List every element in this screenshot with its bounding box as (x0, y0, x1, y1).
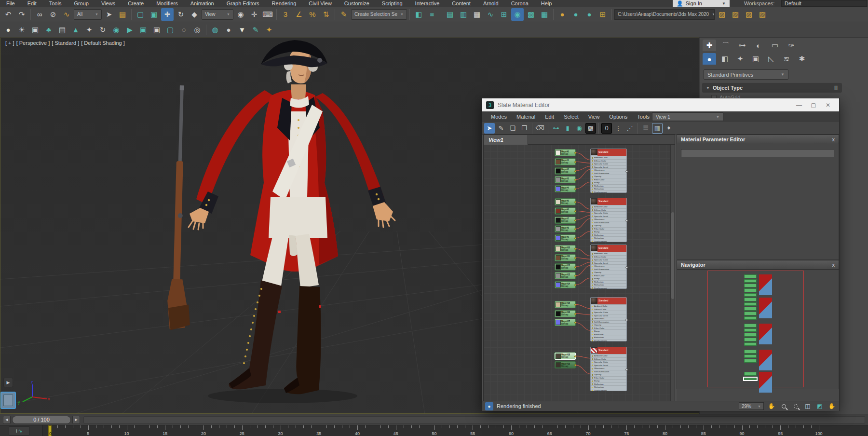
input-socket-icon[interactable] (592, 287, 593, 289)
map-node[interactable]: Map #0Bitmap (555, 149, 576, 156)
use-pivot-point-center-icon[interactable]: ◉ (234, 8, 247, 21)
sign-in-dropdown[interactable]: 👤 Sign In ▼ (673, 0, 730, 7)
utilities-tab[interactable]: ✑ (785, 40, 798, 51)
input-socket-icon[interactable] (592, 278, 593, 280)
edit-named-selection-sets-icon[interactable]: ✎ (338, 8, 350, 21)
map-node[interactable]: Map #16Bitmap (555, 310, 576, 317)
map-node[interactable]: Map #8Bitmap (555, 225, 576, 232)
show-standard-map-icon[interactable]: ▦ (652, 123, 663, 134)
input-socket-icon[interactable] (592, 262, 593, 264)
navigator-map-thumb[interactable] (744, 284, 757, 287)
menu-customize[interactable]: Customize (338, 0, 376, 7)
output-socket-icon[interactable] (574, 304, 576, 306)
select-and-link-icon[interactable]: ∞ (33, 8, 46, 21)
maximize-button[interactable]: ▢ (806, 100, 821, 110)
output-socket-icon[interactable] (574, 170, 576, 172)
create-light-icon[interactable]: ● (2, 24, 14, 36)
hierarchy-tab[interactable]: ⊶ (735, 40, 749, 51)
asset-library-icon[interactable]: ▨ (716, 8, 728, 21)
pick-material-from-object-icon[interactable]: ✎ (496, 123, 506, 134)
input-socket-icon[interactable] (592, 275, 593, 276)
redo-icon[interactable]: ↷ (15, 8, 28, 21)
hide-unused-nodeslots-icon[interactable]: ▮ (562, 123, 573, 134)
input-socket-icon[interactable] (592, 170, 593, 171)
output-socket-icon[interactable] (574, 284, 576, 286)
input-socket-icon[interactable] (592, 253, 593, 255)
menu-civil-view[interactable]: Civil View (302, 0, 338, 7)
output-socket-icon[interactable] (574, 364, 576, 366)
input-socket-icon[interactable] (592, 234, 593, 236)
slate-menu-tools[interactable]: Tools (632, 111, 654, 122)
select-and-move-icon[interactable]: ✚ (161, 8, 174, 21)
input-socket-icon[interactable] (592, 256, 593, 258)
systems-icon[interactable]: ✱ (795, 53, 809, 65)
navigator-map-thumb[interactable] (744, 307, 757, 311)
standard-material-node[interactable]: StandardAmbient ColorDiffuse ColorSpecul… (590, 149, 627, 193)
snaps-toggle-icon[interactable]: 3 (279, 8, 292, 21)
input-socket-icon[interactable] (592, 166, 593, 168)
input-socket-icon[interactable] (592, 387, 593, 388)
keyboard-shortcut-override-icon[interactable]: ⌨ (261, 8, 274, 21)
pan-tool-icon[interactable]: ✋ (827, 402, 836, 410)
view1-tab[interactable]: View1 (484, 135, 528, 145)
input-socket-icon[interactable] (592, 182, 593, 184)
map-node[interactable]: Map #11Bitmap (555, 254, 576, 261)
navigator-map-thumb[interactable] (744, 274, 757, 278)
viewport-expand-button[interactable]: ▶ (3, 378, 13, 387)
navigator-map-thumb[interactable] (744, 338, 757, 341)
menu-views[interactable]: Views (95, 0, 122, 7)
layout-all-horizontal-icon[interactable]: ⋰ (624, 123, 635, 134)
navigator-map-thumb[interactable] (744, 342, 757, 346)
map-node[interactable]: Map #7Bitmap (555, 217, 576, 224)
lights-icon[interactable]: ✦ (733, 53, 747, 65)
navigator-map-thumb[interactable] (744, 302, 757, 306)
material-sphere-icon[interactable]: ● (222, 24, 235, 36)
input-socket-icon[interactable] (592, 160, 593, 162)
slate-menu-modes[interactable]: Modes (486, 111, 512, 122)
menu-tools[interactable]: Tools (43, 0, 68, 7)
material-id-channel-icon[interactable]: ☰ (640, 123, 651, 134)
input-socket-icon[interactable] (592, 390, 593, 391)
render-setup-teapot-icon[interactable]: ● (556, 8, 569, 21)
daylight-system-icon[interactable]: ☀ (15, 24, 28, 36)
rectangular-selection-region-icon[interactable]: ▢ (134, 8, 147, 21)
space-warps-icon[interactable]: ≋ (780, 53, 793, 65)
navigator-map-thumb[interactable] (744, 354, 757, 358)
input-socket-icon[interactable] (592, 337, 593, 339)
material-editor-icon[interactable]: ◉ (511, 8, 524, 21)
map-node[interactable]: Map #12Bitmap (555, 263, 576, 271)
parameter-empty-field[interactable] (681, 149, 834, 157)
navigator-map-thumb[interactable] (744, 350, 757, 354)
preview-playback-icon[interactable]: ▶ (123, 24, 136, 36)
input-socket-icon[interactable] (592, 238, 593, 239)
menu-create[interactable]: Create (122, 0, 150, 7)
material-output-socket-icon[interactable] (625, 319, 628, 321)
close-icon[interactable]: x (832, 262, 835, 268)
input-socket-icon[interactable] (592, 306, 593, 307)
input-socket-icon[interactable] (592, 232, 593, 233)
input-socket-icon[interactable] (592, 219, 593, 220)
create-camera-icon[interactable]: ▣ (29, 24, 41, 36)
schematic-view-icon[interactable]: ⊞ (498, 8, 510, 21)
menu-modifiers[interactable]: Modifiers (150, 0, 184, 7)
menu-file[interactable]: File (0, 0, 21, 7)
map-node[interactable]: Map #18Bitmap (555, 353, 576, 360)
input-socket-icon[interactable] (592, 259, 593, 261)
slate-menu-select[interactable]: Select (559, 111, 583, 122)
assign-material-to-selection-icon[interactable]: ❐ (519, 123, 529, 134)
curve-editor-icon[interactable]: ∿ (484, 8, 497, 21)
input-socket-icon[interactable] (592, 185, 593, 187)
navigator-material-thumb[interactable] (759, 298, 772, 318)
input-socket-icon[interactable] (592, 206, 593, 208)
navigator-material-thumb[interactable] (759, 324, 772, 344)
output-socket-icon[interactable] (574, 248, 576, 250)
render-production-teapot-icon[interactable]: ● (583, 8, 596, 21)
open-scene-icon[interactable]: ▨ (743, 8, 755, 21)
input-socket-icon[interactable] (592, 309, 593, 310)
render-map-icon[interactable]: ✦ (664, 123, 674, 134)
map-node[interactable]: Map #3Bitmap (555, 176, 576, 183)
current-frame-field[interactable]: 0 / 100 (12, 416, 71, 424)
pan-hand-icon[interactable]: ✋ (767, 402, 776, 410)
input-socket-icon[interactable] (592, 266, 593, 267)
navigator-map-thumb[interactable] (744, 312, 757, 315)
